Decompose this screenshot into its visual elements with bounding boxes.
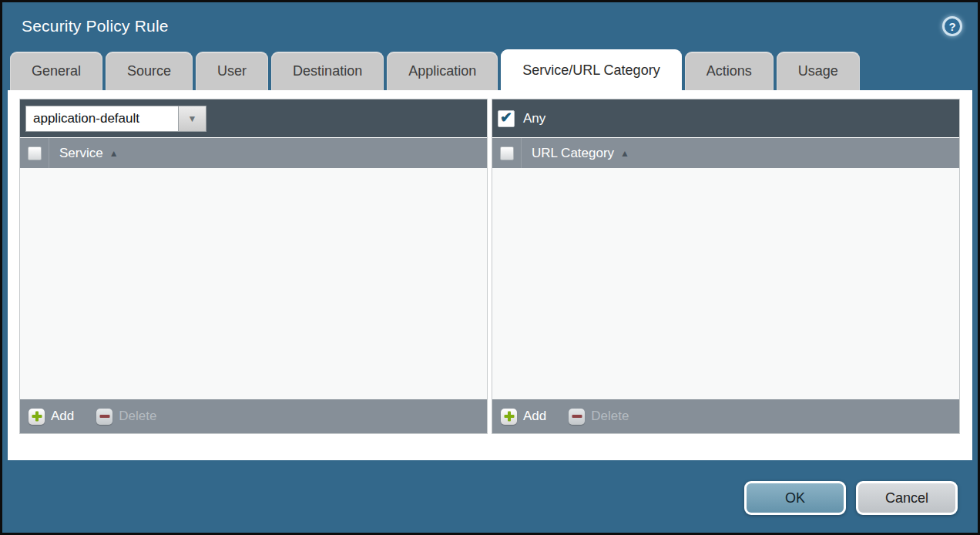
cancel-button[interactable]: Cancel (856, 481, 958, 515)
url-category-panel-toolbar: Add Delete (492, 399, 959, 433)
checkmark-icon: ✔ (500, 110, 512, 125)
service-column-label: Service (59, 146, 103, 161)
help-icon[interactable]: ? (942, 16, 962, 36)
url-category-select-all-cell (492, 138, 522, 168)
service-delete-label: Delete (119, 409, 156, 424)
url-category-column-sort[interactable]: URL Category ▲ (532, 146, 629, 161)
url-category-delete-label: Delete (591, 409, 629, 424)
url-category-add-label: Add (523, 409, 546, 424)
url-category-add-button[interactable]: Add (501, 409, 546, 425)
sort-ascending-icon: ▲ (620, 148, 629, 159)
url-category-column-label: URL Category (532, 146, 614, 161)
tab-content: application-default ▼ Service ▲ Add (8, 90, 972, 460)
url-category-list (492, 168, 959, 399)
any-checkbox[interactable]: ✔ (498, 110, 515, 127)
tab-general[interactable]: General (10, 52, 102, 90)
tab-destination[interactable]: Destination (271, 52, 384, 90)
any-label: Any (523, 111, 545, 126)
tab-user[interactable]: User (196, 52, 268, 90)
url-category-select-all-checkbox[interactable] (500, 146, 514, 160)
service-delete-button[interactable]: Delete (96, 409, 156, 425)
service-column-header: Service ▲ (20, 137, 487, 168)
service-column-sort[interactable]: Service ▲ (59, 146, 119, 161)
service-panel-header: application-default ▼ (20, 99, 487, 137)
tab-application[interactable]: Application (387, 52, 498, 90)
sort-ascending-icon: ▲ (109, 148, 119, 159)
plus-icon (29, 409, 45, 425)
url-category-panel-header: ✔ Any (492, 99, 959, 137)
url-category-column-header: URL Category ▲ (492, 137, 959, 168)
service-type-dropdown[interactable]: application-default ▼ (25, 106, 206, 132)
service-panel: application-default ▼ Service ▲ Add (19, 99, 488, 434)
tab-usage[interactable]: Usage (777, 52, 860, 90)
url-category-delete-button[interactable]: Delete (569, 409, 629, 425)
dialog-footer: OK Cancel (2, 460, 978, 515)
tab-source[interactable]: Source (106, 52, 193, 90)
tab-service-url-category[interactable]: Service/URL Category (501, 49, 681, 90)
chevron-down-icon[interactable]: ▼ (178, 106, 206, 132)
tab-bar: General Source User Destination Applicat… (2, 50, 978, 90)
service-list (20, 168, 487, 399)
service-type-dropdown-value[interactable]: application-default (25, 106, 178, 132)
minus-icon (96, 409, 112, 425)
minus-icon (569, 409, 585, 425)
title-bar: Security Policy Rule ? (2, 2, 978, 50)
service-panel-toolbar: Add Delete (20, 399, 487, 433)
plus-icon (501, 409, 517, 425)
security-policy-rule-dialog: Security Policy Rule ? General Source Us… (0, 0, 980, 535)
url-category-panel: ✔ Any URL Category ▲ Add (492, 99, 960, 434)
service-add-button[interactable]: Add (29, 409, 74, 425)
service-add-label: Add (51, 409, 74, 424)
service-select-all-cell (20, 138, 49, 168)
dialog-title: Security Policy Rule (22, 17, 169, 35)
tab-actions[interactable]: Actions (685, 52, 774, 90)
service-select-all-checkbox[interactable] (28, 146, 42, 160)
ok-button[interactable]: OK (744, 481, 846, 515)
